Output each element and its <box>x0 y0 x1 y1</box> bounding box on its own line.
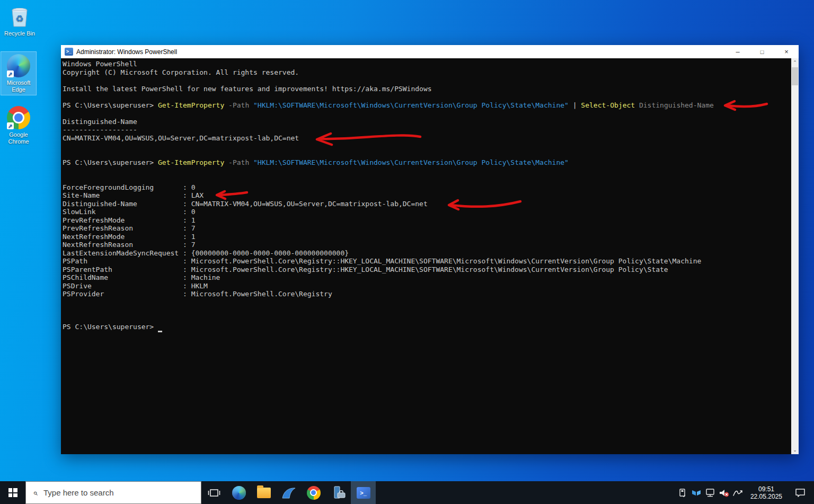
action-center-button[interactable] <box>790 488 811 498</box>
taskbar-wireshark-button[interactable] <box>276 481 301 504</box>
desktop-icon-microsoft-edge[interactable]: ➚ Microsoft Edge <box>1 52 36 95</box>
windows-logo-icon <box>8 488 17 497</box>
taskbar: ⌕ Type here to search <box>0 481 814 504</box>
window-title: Administrator: Windows PowerShell <box>76 48 725 56</box>
scroll-down-icon[interactable]: ⌄ <box>791 446 799 454</box>
clock-date: 22.05.2025 <box>750 493 782 500</box>
scrollbar-thumb[interactable] <box>792 67 798 85</box>
notification-icon <box>795 488 806 498</box>
google-chrome-icon: ➚ <box>7 106 30 129</box>
desktop-icon-label: Recycle Bin <box>3 30 37 37</box>
taskbar-file-explorer-button[interactable] <box>251 481 276 504</box>
task-view-button[interactable] <box>201 481 226 504</box>
desktop-icon-recycle-bin[interactable]: ♻ Recycle Bin <box>2 3 37 39</box>
network-share-icon[interactable] <box>691 487 702 499</box>
window-titlebar[interactable]: >_ Administrator: Windows PowerShell – □… <box>61 45 799 58</box>
recycle-bin-icon: ♻ <box>8 5 31 28</box>
console-scrollbar[interactable]: ⌃ ⌄ <box>791 58 799 454</box>
powershell-icon: >_ <box>357 487 370 499</box>
powershell-icon: >_ <box>65 48 73 56</box>
task-view-icon <box>208 488 220 498</box>
microsoft-edge-icon <box>232 486 246 500</box>
start-button[interactable] <box>0 481 25 504</box>
minimize-button[interactable]: – <box>725 45 750 58</box>
powershell-window: >_ Administrator: Windows PowerShell – □… <box>61 45 799 454</box>
clock-time: 09:51 <box>750 485 782 493</box>
close-button[interactable]: × <box>774 45 799 58</box>
desktop-icon-label: Microsoft Edge <box>2 79 36 93</box>
desktop-icon-google-chrome[interactable]: ➚ Google Chrome <box>1 104 36 147</box>
microsoft-edge-icon: ➚ <box>7 54 30 77</box>
shortcut-arrow-icon: ➚ <box>7 70 14 77</box>
taskbar-edge-button[interactable] <box>226 481 251 504</box>
taskbar-search-input[interactable]: ⌕ Type here to search <box>25 481 201 504</box>
taskbar-server-manager-button[interactable] <box>326 481 351 504</box>
desktop: ♻ Recycle Bin ➚ Microsoft Edge ➚ Google … <box>0 0 814 504</box>
taskbar-clock[interactable]: 09:51 22.05.2025 <box>746 485 786 500</box>
scroll-up-icon[interactable]: ⌃ <box>791 59 799 66</box>
volume-muted-icon[interactable] <box>719 487 729 499</box>
file-explorer-icon <box>257 488 271 498</box>
search-icon: ⌕ <box>33 488 38 498</box>
maximize-button[interactable]: □ <box>750 45 774 58</box>
taskbar-chrome-button[interactable] <box>301 481 326 504</box>
wireshark-icon <box>281 486 296 500</box>
network-status-icon[interactable] <box>705 487 715 499</box>
taskbar-powershell-button[interactable]: >_ <box>351 481 376 504</box>
ink-workspace-icon[interactable] <box>732 487 743 499</box>
shortcut-arrow-icon: ➚ <box>7 122 14 129</box>
server-manager-icon <box>331 486 346 500</box>
console-output[interactable]: Windows PowerShellCopyright (C) Microsof… <box>61 58 791 454</box>
desktop-icon-label: Google Chrome <box>2 131 36 145</box>
usb-device-icon[interactable] <box>677 487 688 499</box>
google-chrome-icon <box>307 486 321 500</box>
svg-text:♻: ♻ <box>15 14 23 24</box>
search-placeholder: Type here to search <box>43 488 114 497</box>
